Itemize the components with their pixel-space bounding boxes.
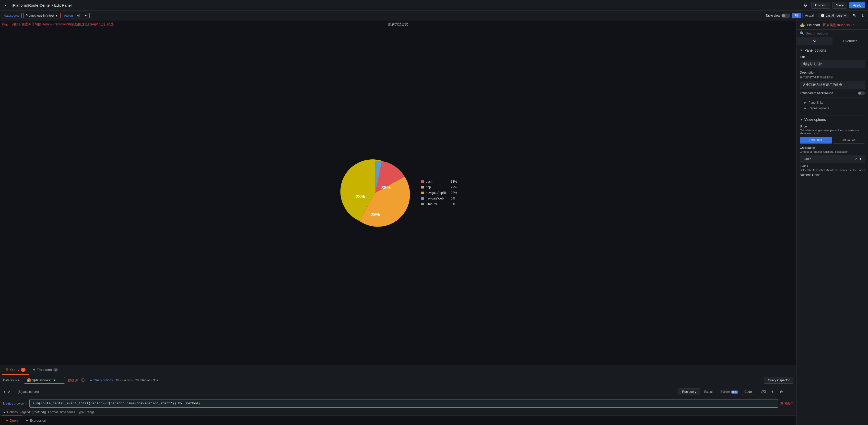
panel-options-chevron: ▼	[800, 49, 803, 52]
viz-label: Pie chart	[807, 23, 820, 27]
table-view-toggle[interactable]: Table view	[766, 13, 790, 18]
datasource-row: Data source P ${datasource} ▼ 数据源 ⓘ ► Qu…	[0, 375, 797, 386]
value-options-header[interactable]: ▼ Value options	[800, 118, 865, 122]
legend-label-pop: pop	[426, 185, 449, 189]
chart-title: 跳转方法占比	[388, 22, 408, 27]
calculate-btn[interactable]: Calculate	[800, 137, 832, 144]
fill-actual-group: Fill Actual	[792, 13, 816, 19]
panel-links-item[interactable]: ► Panel links	[800, 100, 865, 105]
prometheus-label: Prometheus-infa-test	[26, 14, 54, 18]
numeric-label: Numeric Fields	[800, 173, 865, 177]
legend-pct-pop: 29%	[451, 185, 457, 189]
region-filter-group[interactable]: region All ▼	[62, 13, 90, 19]
datasource-chip-label: datasource	[4, 14, 20, 18]
tab-transform[interactable]: ⇋ Transform 0	[29, 365, 62, 375]
time-range-button[interactable]: 🕐 Last 6 hours ▼	[818, 13, 849, 19]
time-range-chevron: ▼	[843, 14, 846, 18]
copy-query-button[interactable]: ⌫	[759, 389, 767, 394]
legend-item-navigateapprl: navigateAppRL 28%	[421, 191, 457, 194]
viz-annotation: 图表类型shuan xsu a	[823, 23, 854, 27]
legend-pct-navigateapprl: 28%	[451, 191, 457, 194]
run-query-button[interactable]: Run query	[678, 389, 700, 395]
add-expression-label: Expression	[30, 419, 46, 422]
calculation-clear-btn[interactable]: ✕	[855, 157, 858, 161]
tab-query-label: Query	[10, 368, 19, 372]
tab-transform-badge: 0	[53, 368, 58, 372]
prometheus-chip[interactable]: Prometheus-infa-test ▼	[23, 13, 60, 19]
legend-dot-push	[421, 180, 424, 183]
viz-selector[interactable]: 🥧 Pie chart 图表类型shuan xsu a	[797, 21, 868, 30]
collapse-icon[interactable]: ▼	[3, 390, 6, 394]
tab-transform-label: Transform	[37, 368, 52, 372]
calculation-select[interactable]: Last * ✕ ▼	[800, 155, 865, 162]
datasource-icon: P	[27, 378, 31, 382]
settings-button[interactable]: ⚙	[802, 2, 809, 9]
bottom-tab-query[interactable]: + Query	[2, 416, 22, 425]
tab-overrides[interactable]: Overrides	[833, 37, 868, 45]
metrics-browser-button[interactable]: Metrics browser >	[3, 402, 27, 405]
mini-dot	[858, 92, 861, 94]
bottom-tabs: + Query + Expression	[0, 415, 797, 425]
title-input[interactable]: 跳转方法占比	[800, 60, 865, 68]
query-options-label: Query options	[94, 378, 113, 382]
tab-query[interactable]: ☷ Query 1	[2, 365, 29, 375]
filter-annotation: 筛选，例如下面查询语句的region=~"$region"可以根据这里的regi…	[2, 22, 114, 27]
explain-button[interactable]: Explain	[702, 389, 716, 395]
refresh-button[interactable]: ↻	[860, 12, 866, 19]
metrics-browser-chevron: >	[26, 402, 27, 405]
bottom-tab-expression[interactable]: + Expression	[22, 416, 50, 425]
legend-label-push: push	[426, 180, 449, 183]
fill-button[interactable]: Fill	[792, 13, 801, 19]
actual-button[interactable]: Actual	[802, 13, 816, 19]
transparent-bg-label: Transparent background	[800, 91, 833, 95]
show-sub: Calculate a single value per column or s…	[800, 129, 865, 135]
format-meta: Format: Time series	[48, 411, 75, 414]
repeat-options-chevron: ►	[804, 107, 807, 110]
type-meta: Type: Range	[77, 411, 94, 414]
builder-button[interactable]: Builder Beta	[718, 389, 740, 395]
zoom-button[interactable]: 🔍	[851, 12, 858, 19]
options-toggle[interactable]: ► Options	[3, 411, 18, 414]
eye-button[interactable]: 👁	[769, 389, 776, 394]
repeat-options-item[interactable]: ► Repeat options	[800, 105, 865, 111]
panel-options-header[interactable]: ▼ Panel options	[800, 48, 865, 52]
query-section: ☷ Query 1 ⇋ Transform 0 Data source P ${…	[0, 365, 797, 415]
back-button[interactable]: ←	[3, 2, 10, 9]
title-label: Title	[800, 55, 865, 59]
options-tabs: All Overrides	[797, 37, 868, 45]
more-options-button[interactable]: ⋮	[787, 389, 794, 394]
info-icon[interactable]: ⓘ	[81, 378, 85, 383]
svg-text:28%: 28%	[355, 194, 365, 199]
search-options-input[interactable]	[806, 31, 865, 35]
calculation-label: Calculation	[800, 146, 865, 150]
description-label: Description	[800, 71, 865, 74]
query-input[interactable]: sum(route_center_event_total{region=~"$r…	[29, 399, 778, 407]
all-values-btn[interactable]: All values	[833, 137, 865, 144]
fields-sub: Select the fields that should be include…	[800, 169, 865, 172]
options-content: ▼ Panel options Title 跳转方法占比 Description…	[797, 45, 868, 425]
run-query-area: Run query Explain Builder Beta Code	[675, 388, 757, 396]
description-input[interactable]: 各个跳转方法被调用的比例	[800, 81, 865, 89]
tab-query-icon: ☷	[6, 368, 9, 372]
panel-links-label: Panel links	[808, 101, 823, 104]
transparent-bg-toggle[interactable]	[858, 91, 865, 95]
tab-all[interactable]: All	[797, 37, 833, 45]
query-meta: MD = auto = 820 Interval = 30s	[116, 378, 158, 382]
query-options-link[interactable]: ► Query options	[90, 378, 113, 382]
delete-query-button[interactable]: 🗑	[778, 389, 785, 394]
datasource-field-label: Data source	[3, 378, 21, 382]
legend-pct-navigateweb: 5%	[451, 197, 455, 200]
code-button[interactable]: Code	[742, 389, 754, 395]
apply-button[interactable]: Apply	[849, 2, 865, 8]
query-input-row: Metrics browser > sum(route_center_event…	[0, 398, 797, 409]
legend-meta: Legend: {{method}}	[20, 411, 46, 414]
query-annotation: 查询语句	[780, 401, 794, 406]
query-inspector-button[interactable]: Query inspector	[764, 377, 794, 384]
metrics-browser-label: Metrics browser	[3, 402, 25, 405]
description-sub: 各个跳转方法被调用的比例	[800, 75, 865, 79]
discard-button[interactable]: Discard	[811, 2, 830, 9]
datasource-filter-chip[interactable]: datasource	[2, 13, 22, 19]
datasource-select[interactable]: P ${datasource} ▼	[24, 377, 65, 384]
table-toggle-switch[interactable]	[781, 13, 790, 18]
save-button[interactable]: Save	[832, 2, 847, 9]
